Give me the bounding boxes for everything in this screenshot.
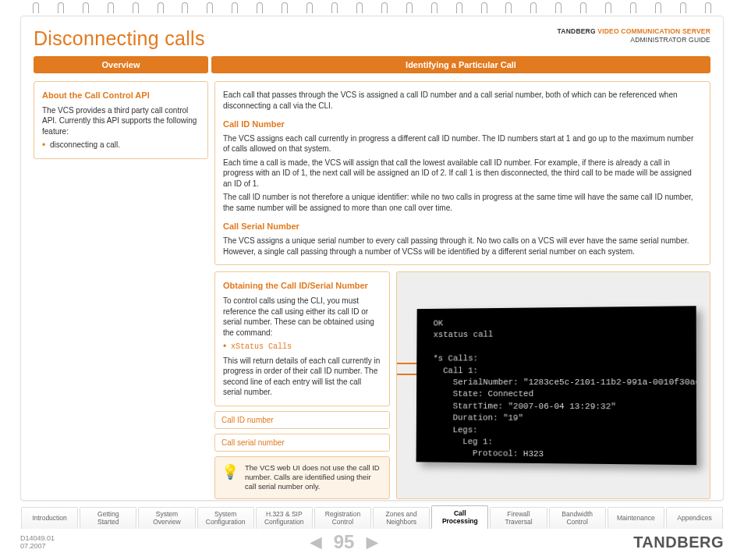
about-bullet: disconnecting a call. [42, 140, 200, 151]
about-box: About the Call Control API The VCS provi… [34, 81, 208, 159]
nav-tab-system[interactable]: SystemOverview [138, 507, 195, 529]
brand-subtitle: ADMINISTRATOR GUIDE [558, 36, 710, 44]
nav-tab-firewall[interactable]: FirewallTraversal [490, 507, 547, 529]
nav-label: Appendices [677, 515, 711, 523]
nav-tab-call[interactable]: CallProcessing [431, 505, 488, 529]
nav-tab-introduction[interactable]: Introduction [21, 507, 78, 529]
nav-sublabel: Started [97, 519, 119, 526]
prev-page-icon[interactable]: ◄ [306, 530, 326, 555]
tip-box: 💡 The VCS web UI does not use the call I… [214, 456, 390, 499]
next-page-icon[interactable]: ► [362, 530, 382, 555]
section-tabs: Overview Identifying a Particular Call [34, 56, 710, 73]
link-call-serial[interactable]: Call serial number [214, 434, 390, 452]
link-call-id[interactable]: Call ID number [214, 411, 390, 429]
tab-overview[interactable]: Overview [34, 56, 208, 73]
doc-meta: D14049.01 07.2007 [20, 534, 55, 550]
nav-sublabel: Control [566, 519, 587, 526]
call-id-p2: Each time a call is made, the VCS will a… [223, 158, 702, 190]
nav-tab-h-323-sip[interactable]: H.323 & SIPConfiguration [256, 507, 313, 529]
page-number: 95 [334, 531, 355, 553]
obtain-box: Obtaining the Call ID/Serial Number To c… [214, 271, 390, 406]
obtain-cmd: xStatus Calls [231, 342, 292, 351]
brand-name: TANDBERG [558, 27, 596, 35]
footer: D14049.01 07.2007 ◄ 95 ► TANDBERG [20, 530, 724, 554]
nav-tab-maintenance[interactable]: Maintenance [608, 507, 664, 529]
call-id-p3: The call ID number is not therefore a un… [223, 192, 702, 213]
identify-intro: Each call that passes through the VCS is… [223, 90, 702, 111]
heading-call-id: Call ID Number [223, 119, 702, 130]
brand-block: TANDBERG VIDEO COMMUNICATION SERVER ADMI… [558, 27, 710, 44]
nav-sublabel: Configuration [264, 519, 304, 526]
nav-sublabel: Traversal [505, 519, 532, 526]
doc-date: 07.2007 [20, 542, 55, 550]
tip-text: The VCS web UI does not use the call ID … [245, 463, 383, 492]
call-serial-p1: The VCS assigns a unique serial number t… [223, 236, 702, 257]
nav-label: Introduction [32, 515, 66, 523]
nav-tab-zones-and[interactable]: Zones andNeighbors [373, 507, 430, 529]
spiral-binding [0, 0, 744, 16]
nav-tab-getting[interactable]: GettingStarted [80, 507, 136, 529]
terminal-output: OK xstatus call *s Calls: Call 1: Serial… [416, 306, 696, 465]
call-id-p1: The VCS assigns each call currently in p… [223, 133, 702, 154]
nav-sublabel: Configuration [206, 519, 246, 526]
about-heading: About the Call Control API [42, 90, 200, 101]
nav-tab-system[interactable]: SystemConfiguration [197, 507, 254, 529]
page-nav: ◄ 95 ► [306, 530, 382, 555]
nav-label: Maintenance [617, 515, 655, 523]
obtain-p2: This will return details of each call cu… [223, 356, 381, 398]
obtain-p1: To control calls using the CLI, you must… [223, 296, 381, 338]
nav-sublabel: Neighbors [386, 519, 416, 526]
about-para: The VCS provides a third party call cont… [42, 105, 200, 137]
nav-sublabel: Overview [153, 519, 180, 526]
heading-call-serial: Call Serial Number [223, 221, 702, 232]
identify-box: Each call that passes through the VCS is… [214, 81, 710, 265]
doc-id: D14049.01 [20, 534, 55, 542]
page-title: Disconnecting calls [34, 27, 205, 50]
nav-sublabel: Control [332, 519, 353, 526]
nav-tab-registration[interactable]: RegistrationControl [314, 507, 371, 529]
nav-tab-appendices[interactable]: Appendices [666, 507, 723, 529]
lightbulb-icon: 💡 [221, 463, 239, 492]
brand-product: VIDEO COMMUNICATION SERVER [597, 27, 710, 35]
page-header: Disconnecting calls TANDBERG VIDEO COMMU… [34, 27, 710, 50]
obtain-heading: Obtaining the Call ID/Serial Number [223, 280, 381, 292]
terminal-panel: OK xstatus call *s Calls: Call 1: Serial… [396, 271, 710, 498]
tab-identify[interactable]: Identifying a Particular Call [211, 56, 710, 73]
footer-logo: TANDBERG [633, 533, 724, 551]
page-card: Disconnecting calls TANDBERG VIDEO COMMU… [20, 16, 724, 501]
nav-tab-bandwidth[interactable]: BandwidthControl [549, 507, 606, 529]
nav-sublabel: Processing [442, 518, 478, 526]
bottom-nav: IntroductionGettingStartedSystemOverview… [20, 505, 724, 527]
